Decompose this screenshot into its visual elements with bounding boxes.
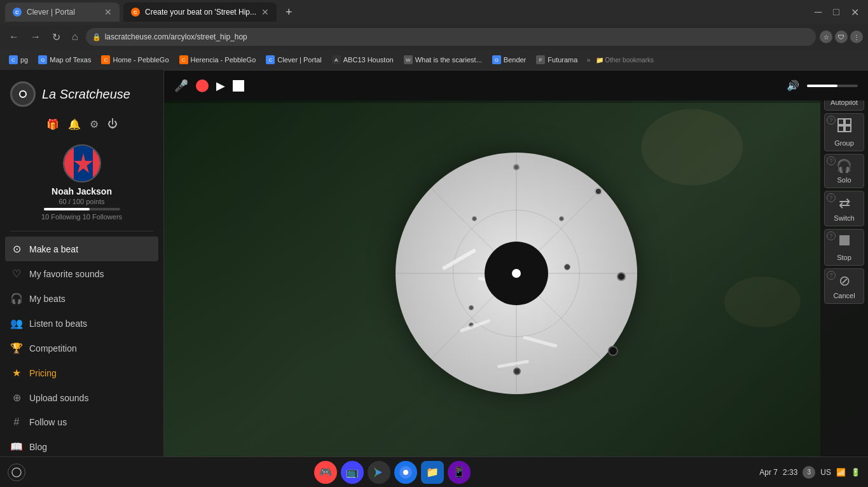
bk-icon-pebblego: C	[101, 55, 110, 64]
switch-button[interactable]: ? ⇄ Switch	[824, 191, 864, 226]
bell-icon[interactable]: 🔔	[68, 118, 81, 130]
bk-label-pebblego-home: Home - PebbleGo	[113, 56, 169, 64]
blog-icon: 📖	[10, 441, 23, 453]
shield-icon[interactable]: 🛡	[835, 31, 848, 43]
taskbar-chrome[interactable]	[394, 461, 417, 484]
bookmark-abc13[interactable]: A ABC13 Houston	[328, 54, 397, 65]
avatar	[63, 144, 101, 182]
solo-icon: 🎧	[836, 158, 852, 174]
taskbar-left	[8, 463, 25, 481]
settings-icon[interactable]: ⋮	[850, 31, 863, 43]
cancel-help-icon[interactable]: ?	[827, 271, 836, 280]
svg-rect-1	[64, 146, 74, 182]
bookmark-scariest[interactable]: W What is the scariest...	[400, 54, 486, 65]
switch-help-icon[interactable]: ?	[827, 193, 836, 202]
home-button[interactable]: ⌂	[68, 29, 82, 45]
sound-dot-top[interactable]	[513, 164, 520, 170]
sound-dot-inner-right[interactable]	[564, 264, 570, 270]
volume-slider[interactable]	[807, 85, 858, 87]
bookmark-clever[interactable]: C Clever | Portal	[262, 54, 326, 65]
minimize-button[interactable]: ─	[811, 4, 825, 20]
gift-icon[interactable]: 🎁	[46, 118, 59, 130]
sidebar-item-competition[interactable]: 🏆 Competition	[0, 336, 163, 360]
sound-dot-bottom-right-outer[interactable]	[608, 346, 618, 356]
new-tab-button[interactable]: +	[280, 3, 298, 22]
lock-icon: 🔒	[92, 33, 101, 41]
bookmark-herencia[interactable]: C Herencia - PebbleGo	[176, 54, 260, 65]
taskbar-launcher[interactable]	[8, 463, 25, 481]
bookmark-icon[interactable]: ☆	[820, 31, 832, 43]
reload-button[interactable]: ↻	[48, 29, 64, 46]
play-button[interactable]: ▶	[216, 79, 225, 93]
power-icon[interactable]: ⏻	[107, 118, 118, 130]
svg-point-14	[403, 470, 408, 475]
titlebar: C Clever | Portal ✕ C Create your beat o…	[0, 0, 868, 24]
turntable[interactable]	[396, 153, 637, 394]
cancel-button[interactable]: ? ⊘ Cancel	[824, 268, 864, 304]
stop-button[interactable]: ? Stop	[824, 229, 864, 266]
my-beats-icon: 🎧	[10, 292, 23, 305]
sidebar-item-my-beats[interactable]: 🎧 My beats	[0, 286, 163, 311]
tab-close-beat[interactable]: ✕	[261, 7, 269, 17]
bk-icon-clever: C	[266, 55, 275, 64]
bk-label-map: Map of Texas	[50, 56, 91, 64]
taskbar-app-purple[interactable]: 📱	[448, 461, 471, 484]
close-button[interactable]: ✕	[847, 4, 863, 21]
maximize-button[interactable]: □	[829, 4, 843, 20]
sidebar-item-upload-sounds[interactable]: ⊕ Upload sounds	[0, 385, 163, 410]
sound-dot-top-right[interactable]	[595, 188, 602, 195]
sound-dot-inner-topright[interactable]	[559, 216, 564, 221]
record-button[interactable]	[196, 79, 209, 92]
settings-user-icon[interactable]: ⚙	[90, 118, 99, 130]
mic-button[interactable]: 🎤	[174, 79, 188, 93]
back-button[interactable]: ←	[5, 29, 23, 45]
taskbar-app-1[interactable]: 🎮	[314, 461, 337, 484]
right-panel: ? ↻ Autopilot ? Group ?	[820, 70, 868, 456]
forward-button[interactable]: →	[27, 29, 45, 45]
solo-button[interactable]: ? 🎧 Solo	[824, 154, 864, 188]
sidebar-label-pricing: Pricing	[29, 368, 57, 378]
bookmark-map-texas[interactable]: G Map of Texas	[34, 54, 95, 65]
tab-clever-portal[interactable]: C Clever | Portal ✕	[5, 3, 120, 22]
transport-stop-button[interactable]	[233, 80, 244, 92]
bookmark-pg[interactable]: C pg	[5, 54, 32, 65]
sound-dot-inner-topleft[interactable]	[472, 216, 477, 221]
taskbar-app-2[interactable]: 📺	[341, 461, 364, 484]
sidebar-item-listen-beats[interactable]: 👥 Listen to beats	[0, 311, 163, 336]
tab-beat[interactable]: C Create your beat on 'Street Hip... ✕	[123, 3, 277, 22]
taskbar-app-3[interactable]	[368, 461, 390, 484]
group-button[interactable]: ? Group	[824, 113, 864, 151]
bookmark-futurama[interactable]: F Futurama	[532, 54, 581, 65]
sidebar-item-follow-us[interactable]: # Follow us	[0, 410, 163, 434]
address-bar[interactable]: 🔒 lascratcheuse.com/arcylox/street_hip_h…	[86, 28, 816, 46]
bookmarks-more[interactable]: »	[586, 56, 590, 64]
sidebar-item-blog[interactable]: 📖 Blog	[0, 434, 163, 456]
svg-rect-9	[838, 126, 844, 132]
group-help-icon[interactable]: ?	[827, 116, 836, 125]
tab-close-clever[interactable]: ✕	[104, 7, 112, 17]
taskbar-apps: 🎮 📺 📁 📱	[25, 461, 759, 484]
progress-fill	[44, 208, 90, 210]
sidebar-item-pricing[interactable]: ★ Pricing	[0, 360, 163, 385]
taskbar-battery-icon: 🔋	[851, 468, 860, 477]
other-bookmarks[interactable]: 📁 Other bookmarks	[596, 57, 654, 64]
sidebar-label-blog: Blog	[29, 442, 47, 452]
bookmark-bender[interactable]: G Bender	[488, 54, 530, 65]
svg-rect-2	[93, 146, 101, 182]
sound-dot-inner-leftmid[interactable]	[469, 305, 474, 310]
bk-icon-bender: G	[492, 55, 501, 64]
bookmark-pebblego-home[interactable]: C Home - PebbleGo	[97, 54, 172, 65]
sidebar-label-listen-beats: Listen to beats	[29, 319, 87, 329]
stop-help-icon[interactable]: ?	[827, 231, 836, 240]
group-label: Group	[834, 139, 854, 147]
solo-help-icon[interactable]: ?	[827, 156, 836, 165]
sound-dot-bottom[interactable]	[513, 367, 521, 375]
tab-label-clever: Clever | Portal	[27, 8, 75, 17]
svg-point-5	[641, 109, 743, 186]
sidebar-item-favorite-sounds[interactable]: ♡ My favorite sounds	[0, 261, 163, 286]
sidebar-item-make-beat[interactable]: ⊙ Make a beat	[5, 237, 158, 261]
svg-rect-8	[845, 119, 851, 125]
taskbar-app-files[interactable]: 📁	[421, 461, 444, 484]
stop-icon	[837, 233, 851, 251]
sound-dot-right[interactable]	[617, 272, 626, 281]
